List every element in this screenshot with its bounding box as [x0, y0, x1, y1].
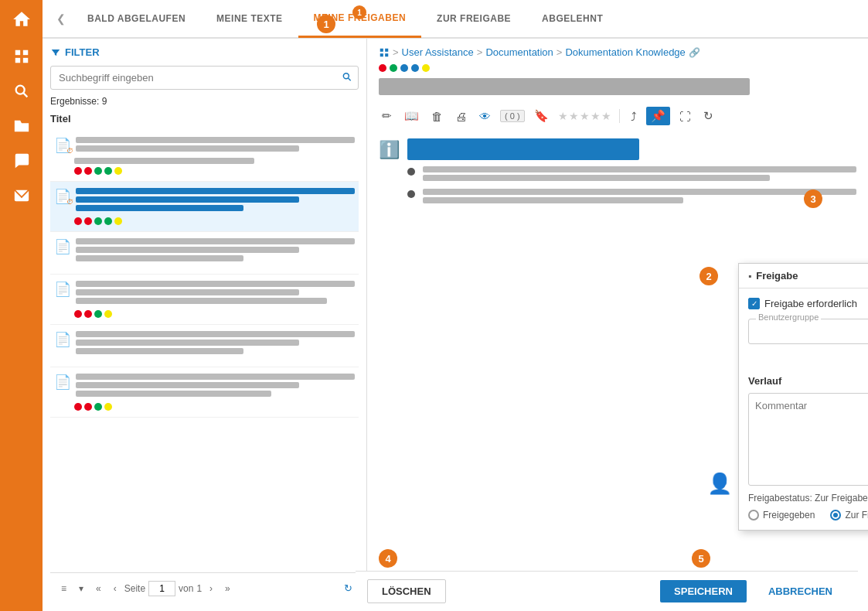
sidebar-chat-icon[interactable] — [0, 143, 43, 178]
pagination-prev[interactable]: ‹ — [109, 581, 121, 596]
share-button[interactable]: ⤴ — [628, 108, 640, 125]
checkbox-label: Freigabe erforderlich — [764, 298, 857, 309]
breadcrumb-user-assistance[interactable]: User Assistance — [402, 46, 474, 58]
radio-zur-freigabe[interactable]: Zur Freigabe — [830, 510, 868, 521]
svg-rect-0 — [15, 49, 19, 54]
step-badge-4-wrapper: 4 — [379, 549, 397, 568]
refresh-button[interactable]: ↻ — [700, 108, 717, 125]
person-icon: 👤 — [707, 472, 732, 496]
tab-bald-abgelaufen[interactable]: BALD ABGELAUFEN — [72, 0, 201, 38]
doc-icon: 📄 — [54, 331, 71, 348]
breadcrumb-link-icon: 🔗 — [689, 47, 700, 58]
print-button[interactable]: 🖨 — [452, 108, 470, 125]
doc-clock-icon: 📄⏱ — [54, 137, 71, 154]
pagination: ≡ ▾ « ‹ Seite von 1 › » ↻ — [50, 572, 359, 603]
sidebar-grid-icon[interactable] — [0, 39, 43, 73]
search-row — [50, 66, 359, 90]
pin-button[interactable]: 📌 — [646, 107, 670, 125]
bottom-actions: LÖSCHEN SPEICHERN ABBRECHEN — [356, 571, 858, 611]
home-button[interactable] — [0, 0, 43, 39]
form-row: Benutzergruppe ▼ Freigeber ▼ — [748, 319, 868, 346]
color-dot-blue2 — [411, 64, 419, 72]
step-badge-1-wrapper: 1 — [317, 15, 335, 33]
pagination-arrow-down[interactable]: ▾ — [74, 581, 88, 596]
svg-rect-9 — [380, 48, 383, 51]
svg-rect-11 — [380, 53, 383, 56]
kommentar-textarea[interactable] — [748, 393, 868, 486]
book-button[interactable]: 📖 — [401, 108, 422, 125]
svg-point-7 — [343, 73, 349, 78]
main-content: ❮ BALD ABGELAUFEN MEINE TEXTE MEINE FREI… — [43, 0, 868, 611]
pagination-menu[interactable]: ≡ — [56, 581, 71, 596]
radio-freigegeben[interactable]: Freigegeben — [748, 510, 815, 521]
top-navigation: ❮ BALD ABGELAUFEN MEINE TEXTE MEINE FREI… — [43, 0, 868, 39]
sidebar-folder-icon[interactable] — [0, 108, 43, 143]
benutzergruppe-select[interactable] — [748, 319, 868, 344]
tab-abgelehnt[interactable]: ABGELEHNT — [526, 0, 618, 38]
list-item[interactable]: 📄 — [50, 325, 359, 367]
pagination-next[interactable]: › — [205, 581, 217, 596]
results-count: Ergebnisse: 9 — [50, 96, 359, 107]
breadcrumb: > User Assistance > Documentation > Doku… — [379, 46, 856, 58]
page-input[interactable] — [148, 581, 175, 596]
radio-circle-zur-freigabe — [830, 510, 841, 521]
radio-circle-freigegeben — [748, 510, 759, 521]
list-item[interactable]: 📄⏱ — [50, 131, 359, 182]
loeschen-button[interactable]: LÖSCHEN — [367, 579, 446, 603]
sidebar — [0, 0, 43, 611]
list-item[interactable]: 📄 — [50, 367, 359, 418]
freigabe-checkbox[interactable] — [748, 298, 760, 309]
pagination-first[interactable]: « — [91, 581, 106, 596]
checkbox-row: Freigabe erforderlich — [748, 298, 868, 309]
edit-button[interactable]: ✏ — [379, 108, 395, 125]
doc-title-bar — [379, 78, 750, 95]
bookmark-button[interactable]: 🔖 — [531, 108, 552, 125]
svg-rect-10 — [385, 48, 388, 51]
pagination-refresh[interactable]: ↻ — [344, 582, 352, 594]
nav-arrow-left[interactable]: ❮ — [50, 12, 72, 25]
freigabe-collapse-icon[interactable]: ▪ — [748, 271, 751, 282]
breadcrumb-sep3: > — [557, 46, 563, 58]
search-input[interactable] — [50, 66, 359, 90]
tab-badge: 1 — [352, 5, 366, 19]
verlauf-left: Verlauf — [748, 375, 868, 488]
toolbar-separator — [619, 109, 620, 123]
add-freigeber-row: + FREIGEBER HINZUFÜGEN — [748, 356, 868, 367]
doc-meta-lines — [407, 166, 856, 184]
radio-row: Freigegeben Zur Freigabe Abgelehnt — [748, 510, 868, 521]
color-dot-green — [390, 64, 397, 72]
svg-rect-3 — [22, 57, 27, 62]
delete-button[interactable]: 🗑 — [428, 108, 446, 125]
pagination-last[interactable]: » — [220, 581, 235, 596]
doc-blue-title-bar — [407, 138, 639, 160]
breadcrumb-documentation[interactable]: Documentation — [485, 46, 553, 58]
abbrechen-button[interactable]: ABBRECHEN — [754, 580, 846, 602]
benutzergruppe-label: Benutzergruppe — [756, 312, 821, 322]
search-button[interactable] — [342, 71, 352, 84]
svg-point-4 — [15, 85, 24, 94]
freigabe-title: Freigabe — [756, 270, 798, 282]
tab-zur-freigabe[interactable]: ZUR FREIGABE — [421, 0, 526, 38]
column-header-title: Titel — [50, 113, 359, 125]
sidebar-mail-icon[interactable] — [0, 178, 43, 213]
list-item[interactable]: 📄 — [50, 275, 359, 325]
doc-body: ℹ️ — [379, 138, 856, 211]
doc-info-content — [407, 138, 856, 211]
list-item[interactable]: 📄⏱ — [50, 182, 359, 232]
comments-badge[interactable]: ( 0 ) — [500, 110, 525, 122]
step-badge-1: 1 — [317, 15, 335, 33]
svg-line-8 — [348, 77, 350, 80]
view-button[interactable]: 👁 — [476, 108, 494, 125]
freigabe-header: ▪ Freigabe — [739, 264, 868, 288]
speichern-button[interactable]: SPEICHERN — [660, 580, 747, 602]
tab-meine-texte[interactable]: MEINE TEXTE — [201, 0, 298, 38]
filter-icon — [50, 47, 61, 58]
expand-button[interactable]: ⛶ — [676, 108, 694, 125]
star-rating[interactable]: ★ ★ ★ ★ ★ — [558, 110, 611, 122]
step-badge-3: 3 — [804, 189, 822, 208]
sidebar-search-icon[interactable] — [0, 73, 43, 108]
svg-line-5 — [23, 93, 27, 97]
list-item[interactable]: 📄 — [50, 232, 359, 275]
filter-row: FILTER — [50, 46, 359, 58]
breadcrumb-dokumentation-knowledge[interactable]: Dokumentation Knowledge — [565, 46, 685, 58]
